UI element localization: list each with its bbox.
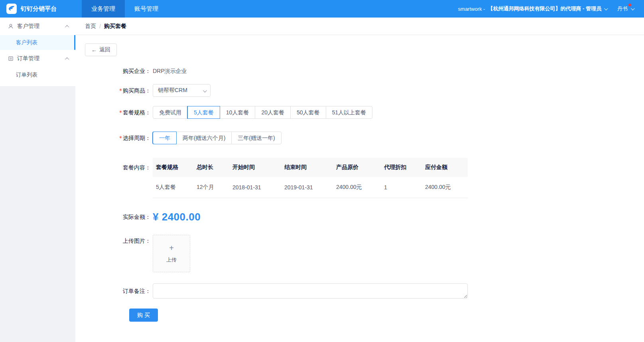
remark-row: 订单备注： (85, 283, 634, 300)
sidebar-menu: 客户管理 客户列表 订单管理 订单列表 (0, 18, 75, 86)
table-header: 开始时间 (229, 158, 281, 177)
table-header: 套餐规格 (153, 158, 193, 177)
breadcrumb-home[interactable]: 首页 (85, 23, 96, 30)
breadcrumb: 首页 / 购买套餐 (75, 18, 644, 30)
nav-item-account[interactable]: 账号管理 (125, 0, 168, 18)
upload-label: 上传图片： (85, 235, 151, 245)
sidebar-item-label: 订单列表 (16, 71, 37, 79)
sidebar-item-label: 客户列表 (16, 39, 37, 46)
product-select[interactable]: 销帮帮CRM (153, 84, 211, 97)
purchase-form-area: ← 返回 购买企业： DRP演示企业 * 购买商品： (75, 35, 644, 322)
actual-amount-value: ¥ 2400.00 (153, 209, 201, 224)
agent-menu[interactable]: smartwork - 【杭州通邦网络科技有限公司】的代理商 - 管理员 (458, 5, 607, 12)
cell-start-date: 2018-01-31 (229, 177, 281, 198)
amount-label: 实际金额： (85, 209, 151, 224)
agent-info: 【杭州通邦网络科技有限公司】的代理商 - 管理员 (488, 5, 601, 12)
spec-option-50-users[interactable]: 50人套餐 (290, 106, 326, 119)
sidebar-group-label: 订单管理 (17, 55, 39, 62)
breadcrumb-separator: / (99, 23, 101, 29)
spec-radio-group: 免费试用 5人套餐 10人套餐 20人套餐 50人套餐 51人以上套餐 (153, 106, 372, 119)
period-option-three-years[interactable]: 三年(赠送一年) (231, 132, 281, 144)
table-header: 产品原价 (333, 158, 381, 177)
nav-item-business[interactable]: 业务管理 (82, 0, 125, 18)
order-remark-input[interactable] (153, 283, 468, 299)
app-logo: 钉钉分销平台 (0, 0, 75, 18)
back-arrow-icon: ← (91, 47, 97, 53)
back-button[interactable]: ← 返回 (85, 43, 117, 56)
main-content: 首页 / 购买套餐 ← 返回 购买企业： DRP演示企业 (75, 18, 644, 342)
buy-row: 购 买 (129, 309, 634, 322)
order-icon (8, 56, 14, 61)
spec-option-51-plus-users[interactable]: 51人以上套餐 (326, 106, 373, 119)
user-name: 丹书 (617, 5, 628, 12)
agent-prefix: smartwork - (458, 6, 485, 12)
topbar-right: smartwork - 【杭州通邦网络科技有限公司】的代理商 - 管理员 丹书 (458, 0, 644, 18)
package-content-label: 套餐内容： (85, 158, 151, 171)
breadcrumb-current: 购买套餐 (104, 23, 126, 30)
sidebar-item-customer-list[interactable]: 客户列表 (0, 35, 75, 50)
required-mark: * (119, 84, 122, 97)
user-icon (8, 24, 14, 29)
package-content-table-wrap: 套餐规格 总时长 开始时间 结束时间 产品原价 代理折扣 应付金额 (153, 158, 468, 198)
spec-option-20-users[interactable]: 20人套餐 (255, 106, 291, 119)
upload-row: 上传图片： + 上传 (85, 235, 634, 272)
table-header: 结束时间 (281, 158, 333, 177)
back-button-label: 返回 (99, 46, 110, 53)
upload-text: 上传 (166, 256, 177, 263)
table-row: 5人套餐 12个月 2018-01-31 2019-01-31 2400.00元… (153, 177, 468, 198)
plus-icon: + (169, 244, 174, 252)
package-table: 套餐规格 总时长 开始时间 结束时间 产品原价 代理折扣 应付金额 (153, 158, 468, 198)
amount-row: 实际金额： ¥ 2400.00 (85, 209, 634, 224)
chevron-up-icon (65, 25, 69, 29)
period-option-two-years[interactable]: 两年(赠送六个月) (176, 132, 232, 144)
cell-duration: 12个月 (193, 177, 229, 198)
cell-payable-amount: 2400.00元 (422, 177, 468, 198)
sidebar-group-label: 客户管理 (17, 23, 39, 30)
chevron-down-icon (203, 88, 207, 92)
chevron-down-icon (604, 6, 608, 10)
cell-original-price: 2400.00元 (333, 177, 381, 198)
table-header: 代理折扣 (381, 158, 422, 177)
buy-button[interactable]: 购 买 (129, 309, 158, 322)
top-navbar: 钉钉分销平台 业务管理 账号管理 smartwork - 【杭州通邦网络科技有限… (0, 0, 644, 18)
user-menu[interactable]: 丹书 (617, 5, 634, 12)
chevron-up-icon (65, 57, 69, 61)
spec-label: * 套餐规格： (85, 106, 151, 119)
product-label: * 购买商品： (85, 84, 151, 97)
spec-option-10-users[interactable]: 10人套餐 (220, 106, 256, 119)
cell-agent-discount: 1 (381, 177, 422, 198)
table-header-row: 套餐规格 总时长 开始时间 结束时间 产品原价 代理折扣 应付金额 (153, 158, 468, 177)
cell-spec: 5人套餐 (153, 177, 193, 198)
spec-option-5-users[interactable]: 5人套餐 (187, 106, 220, 119)
chevron-down-icon (631, 6, 635, 10)
package-content-row: 套餐内容： 套餐规格 总时长 开始时间 (85, 158, 634, 198)
top-nav-menu: 业务管理 账号管理 (82, 0, 168, 18)
period-row: * 选择周期： 一年 两年(赠送六个月) 三年(赠送一年) (85, 132, 634, 144)
period-radio-group: 一年 两年(赠送六个月) 三年(赠送一年) (153, 132, 282, 144)
sidebar-group-order[interactable]: 订单管理 (0, 50, 75, 67)
upload-dropzone[interactable]: + 上传 (153, 235, 190, 272)
company-row: 购买企业： DRP演示企业 (85, 67, 634, 75)
period-option-one-year[interactable]: 一年 (153, 132, 177, 144)
required-mark: * (119, 132, 122, 144)
period-label: * 选择周期： (85, 132, 151, 144)
spec-row: * 套餐规格： 免费试用 5人套餐 10人套餐 20人套餐 50人套餐 51人以… (85, 106, 634, 119)
cell-end-date: 2019-01-31 (281, 177, 333, 198)
page-layout: 客户管理 客户列表 订单管理 订单列表 首页 / 购买套餐 (0, 18, 644, 342)
table-header: 应付金额 (422, 158, 468, 177)
spec-option-free-trial[interactable]: 免费试用 (153, 106, 188, 119)
sidebar: 客户管理 客户列表 订单管理 订单列表 (0, 18, 75, 342)
company-label: 购买企业： (85, 67, 151, 75)
table-header: 总时长 (193, 158, 229, 177)
app-logo-icon (6, 4, 17, 14)
remark-control (153, 283, 468, 300)
sidebar-group-customer[interactable]: 客户管理 (0, 18, 75, 35)
sidebar-item-order-list[interactable]: 订单列表 (0, 67, 75, 82)
required-mark: * (119, 106, 122, 119)
purchase-form: 购买企业： DRP演示企业 * 购买商品： 销帮帮CRM (85, 67, 634, 322)
app-title: 钉钉分销平台 (21, 5, 57, 13)
product-row: * 购买商品： 销帮帮CRM (85, 84, 634, 97)
remark-label: 订单备注： (85, 283, 151, 299)
company-value: DRP演示企业 (153, 67, 187, 75)
notification-badge-dot (628, 4, 631, 6)
